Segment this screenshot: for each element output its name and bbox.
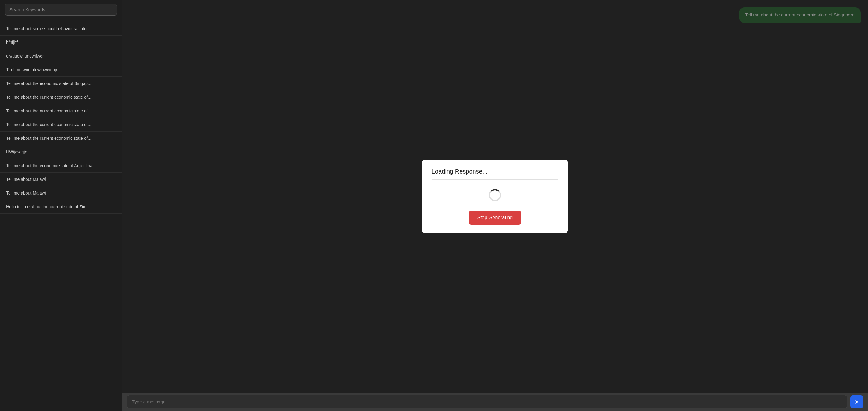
history-item[interactable]: Tell me about Malawi (0, 186, 122, 200)
history-item[interactable]: Tell me about the current economic state… (0, 104, 122, 118)
history-item[interactable]: Tell me about Malawi (0, 173, 122, 186)
search-input[interactable] (5, 4, 117, 15)
main-panel: Tell me about the current economic state… (122, 0, 868, 411)
send-button[interactable]: ➤ (850, 396, 863, 408)
spinner-area (432, 184, 558, 206)
sidebar: Tell me about some social behavioural in… (0, 0, 122, 411)
history-item[interactable]: TLel me wneiutewiuweiohjn (0, 63, 122, 77)
send-icon: ➤ (855, 399, 859, 405)
history-item[interactable]: Tell me about the economic state of Sing… (0, 77, 122, 91)
loading-title: Loading Response... (432, 168, 558, 180)
message-input[interactable] (127, 395, 847, 408)
history-item[interactable]: HWijowiqje (0, 145, 122, 159)
history-list: Tell me about some social behavioural in… (0, 20, 122, 411)
history-item[interactable]: Tell me about some social behavioural in… (0, 22, 122, 36)
history-item[interactable]: Hello tell me about the current state of… (0, 200, 122, 214)
history-item[interactable]: Tell me about the current economic state… (0, 132, 122, 145)
history-item[interactable]: hfhfjhf (0, 36, 122, 49)
search-container (0, 0, 122, 20)
modal-overlay: Loading Response... Stop Generating (122, 0, 868, 393)
history-item[interactable]: Tell me about the current economic state… (0, 118, 122, 132)
stop-generating-button[interactable]: Stop Generating (469, 211, 522, 225)
history-item[interactable]: Tell me about the current economic state… (0, 91, 122, 104)
loading-spinner (489, 189, 501, 201)
history-item[interactable]: eiwtiuewfiunewifwen (0, 49, 122, 63)
loading-modal: Loading Response... Stop Generating (422, 160, 568, 233)
history-item[interactable]: Tell me about the economic state of Arge… (0, 159, 122, 173)
input-bar: ➤ (122, 392, 868, 411)
